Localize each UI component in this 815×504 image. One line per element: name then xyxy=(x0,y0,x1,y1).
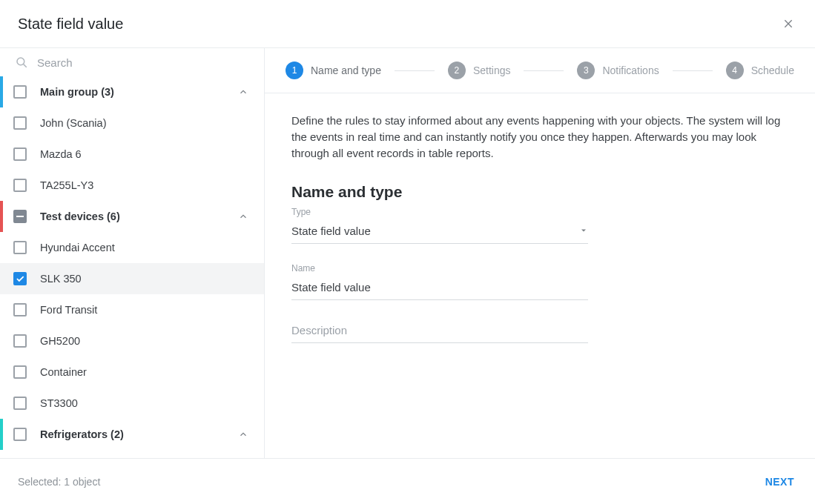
object-tree[interactable]: Main group (3) John (Scania) Mazda 6 TA2… xyxy=(0,76,264,458)
main-panel: 1Name and type2Settings3Notifications4Sc… xyxy=(265,48,815,458)
step-label: Settings xyxy=(473,64,511,76)
type-field: Type State field value xyxy=(291,207,588,244)
object-checkbox[interactable] xyxy=(13,179,27,192)
search-icon xyxy=(15,56,28,69)
group-row[interactable]: Refrigerators (2) xyxy=(0,419,264,450)
row-marker xyxy=(0,232,3,263)
close-icon xyxy=(782,18,794,30)
group-checkbox[interactable] xyxy=(13,85,27,99)
object-label: ST3300 xyxy=(40,397,252,409)
object-label: John (Scania) xyxy=(40,117,252,129)
main-content: Define the rules to stay informed about … xyxy=(265,93,815,458)
row-marker xyxy=(0,357,3,388)
step-number: 2 xyxy=(448,62,466,79)
row-marker xyxy=(0,325,3,357)
object-checkbox[interactable] xyxy=(13,147,27,161)
object-row[interactable]: TA255L-Y3 xyxy=(0,170,264,201)
stepper: 1Name and type2Settings3Notifications4Sc… xyxy=(265,48,815,93)
search-row xyxy=(0,48,264,76)
row-marker xyxy=(0,388,3,419)
object-label: Container xyxy=(40,366,252,378)
group-label: Test devices (6) xyxy=(40,210,234,222)
type-label: Type xyxy=(291,207,588,217)
collapse-toggle[interactable] xyxy=(234,425,252,443)
collapse-toggle[interactable] xyxy=(234,83,252,101)
step-label: Name and type xyxy=(311,64,381,76)
object-checkbox[interactable] xyxy=(13,116,27,130)
svg-line-1 xyxy=(24,64,27,67)
object-row[interactable]: Container xyxy=(0,357,264,388)
object-row[interactable]: Mazda 6 xyxy=(0,139,264,170)
object-checkbox[interactable] xyxy=(13,241,27,254)
object-label: TA255L-Y3 xyxy=(40,179,252,191)
group-label: Refrigerators (2) xyxy=(40,428,234,440)
step[interactable]: 4Schedule xyxy=(726,62,794,79)
name-input[interactable] xyxy=(291,276,588,300)
group-checkbox[interactable] xyxy=(13,428,27,441)
step[interactable]: 3Notifications xyxy=(577,62,659,79)
dialog-header: State field value xyxy=(0,0,815,48)
step-separator xyxy=(395,70,435,71)
group-label: Main group (3) xyxy=(40,86,234,98)
step-number: 3 xyxy=(577,62,595,79)
close-button[interactable] xyxy=(778,13,799,34)
object-row[interactable]: GH5200 xyxy=(0,325,264,357)
group-checkbox[interactable] xyxy=(13,210,27,223)
intro-text: Define the rules to stay informed about … xyxy=(291,113,788,161)
chevron-up-icon xyxy=(238,429,248,440)
group-marker xyxy=(0,201,3,232)
step-separator xyxy=(524,70,564,71)
object-row[interactable]: Ford Transit xyxy=(0,294,264,325)
section-title: Name and type xyxy=(291,183,788,201)
group-marker xyxy=(0,76,3,107)
svg-point-0 xyxy=(17,58,24,65)
object-label: GH5200 xyxy=(40,335,252,347)
name-label: Name xyxy=(291,263,588,273)
description-input[interactable] xyxy=(291,319,588,343)
object-checkbox[interactable] xyxy=(13,272,27,285)
sidebar: Main group (3) John (Scania) Mazda 6 TA2… xyxy=(0,48,265,458)
group-row[interactable]: Main group (3) xyxy=(0,76,264,107)
row-marker xyxy=(0,263,3,294)
search-input[interactable] xyxy=(37,56,252,69)
dialog-body: Main group (3) John (Scania) Mazda 6 TA2… xyxy=(0,48,815,458)
selection-status: Selected: 1 object xyxy=(18,476,100,488)
step-label: Schedule xyxy=(751,64,794,76)
object-row[interactable]: ST3300 xyxy=(0,388,264,419)
object-checkbox[interactable] xyxy=(13,397,27,410)
object-row[interactable]: Hyundai Accent xyxy=(0,232,264,263)
step-separator xyxy=(673,70,713,71)
dialog-footer: Selected: 1 object NEXT xyxy=(0,458,815,504)
object-label: Hyundai Accent xyxy=(40,242,252,253)
row-marker xyxy=(0,139,3,170)
object-label: Ford Transit xyxy=(40,304,252,316)
object-checkbox[interactable] xyxy=(13,365,27,379)
row-marker xyxy=(0,170,3,201)
object-checkbox[interactable] xyxy=(13,334,27,348)
dropdown-caret xyxy=(579,225,588,237)
step[interactable]: 1Name and type xyxy=(286,62,381,79)
dialog: State field value Main group (3) John (S… xyxy=(0,0,815,504)
caret-down-icon xyxy=(579,226,588,235)
step-number: 4 xyxy=(726,62,744,79)
collapse-toggle[interactable] xyxy=(234,208,252,225)
next-button[interactable]: NEXT xyxy=(765,476,794,488)
object-row[interactable]: SLK 350 xyxy=(0,263,264,294)
row-marker xyxy=(0,294,3,325)
step-label: Notifications xyxy=(602,64,659,76)
object-row[interactable]: John (Scania) xyxy=(0,107,264,139)
row-marker xyxy=(0,107,3,139)
group-row[interactable]: Test devices (6) xyxy=(0,201,264,232)
object-checkbox[interactable] xyxy=(13,303,27,316)
group-marker xyxy=(0,419,3,450)
step-number: 1 xyxy=(286,62,303,79)
description-field xyxy=(291,319,588,343)
dialog-title: State field value xyxy=(18,16,123,33)
type-select[interactable]: State field value xyxy=(291,220,588,244)
object-label: SLK 350 xyxy=(40,273,252,285)
object-label: Mazda 6 xyxy=(40,148,252,160)
name-field: Name xyxy=(291,263,588,300)
step[interactable]: 2Settings xyxy=(448,62,511,79)
type-value: State field value xyxy=(291,225,371,237)
chevron-up-icon xyxy=(238,211,248,222)
